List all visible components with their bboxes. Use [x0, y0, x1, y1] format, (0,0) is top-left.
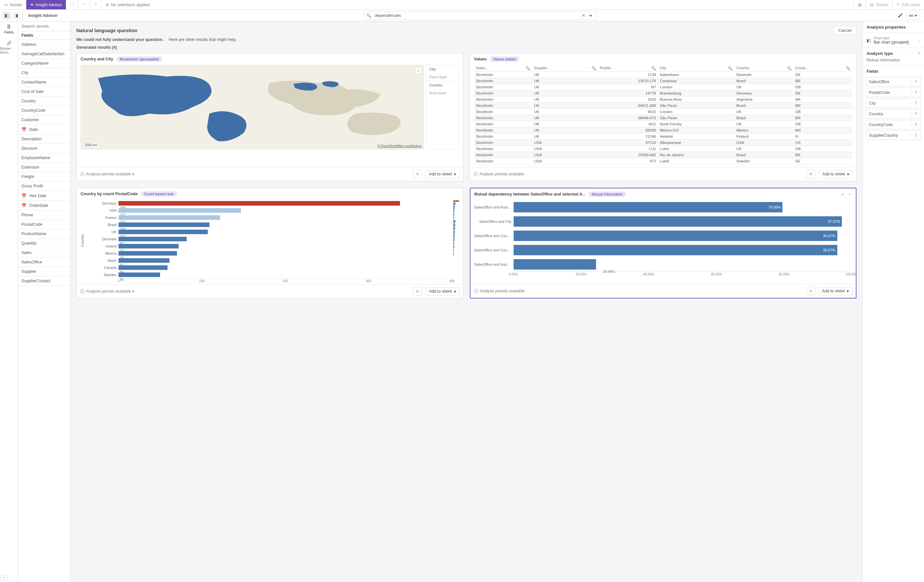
explore-button[interactable]: ⎋	[413, 170, 422, 178]
drag-handle-icon[interactable]: ⠿	[914, 90, 918, 95]
property-field[interactable]: SalesOffice›⠿	[866, 77, 921, 86]
field-row[interactable]: CategoryName	[18, 59, 70, 68]
map-home-button[interactable]: ⌂	[415, 67, 422, 74]
field-row[interactable]: 📅OrderDate	[18, 201, 70, 210]
analysis-periods[interactable]: 🕘Analysis periods available	[474, 289, 525, 293]
column-search-icon[interactable]: 🔍	[728, 66, 733, 71]
field-row[interactable]: Quantity	[18, 239, 70, 248]
field-row[interactable]: SupplierContact	[18, 276, 70, 286]
field-row[interactable]: Freight	[18, 172, 70, 182]
field-row[interactable]: Cost of Sale	[18, 87, 70, 96]
toggle-right-panel[interactable]: ◨	[12, 12, 20, 19]
map-chart[interactable]: ⌂ 5000 km © OpenStreetMap contributors	[81, 65, 424, 149]
field-row[interactable]: Address	[18, 40, 70, 50]
table-row[interactable]: StockholmUK13070-178CampinasBrazilBR	[474, 78, 853, 84]
table-row[interactable]: StockholmUSALU1LutonUKGB	[474, 146, 853, 152]
table-row[interactable]: StockholmUSA972LuleåSwedenSE	[474, 158, 853, 164]
field-row[interactable]: 📅Date	[18, 125, 70, 134]
search-input[interactable]	[374, 13, 579, 18]
step-back-button[interactable]: ↶	[78, 0, 90, 10]
table-row[interactable]: StockholmUK06200México D.F.MexicoMX	[474, 127, 853, 134]
table-header[interactable]: Sales...🔍	[474, 65, 533, 72]
values-table[interactable]: Sales...🔍Supplie...🔍Postal...🔍City🔍Count…	[474, 65, 853, 164]
table-row[interactable]: StockholmUKHU1North FerribyUKGB	[474, 121, 853, 127]
card-country-city[interactable]: Country and City Breakdown (geospatial)	[76, 53, 463, 181]
drag-handle-icon[interactable]: ⠿	[914, 111, 918, 116]
table-header[interactable]: Postal...🔍	[598, 65, 658, 72]
field-row[interactable]: ProductName	[18, 229, 70, 239]
column-search-icon[interactable]: 🔍	[651, 66, 656, 71]
field-row[interactable]: 📅Hire Date	[18, 191, 70, 201]
step-forward-button[interactable]: ↷	[90, 0, 102, 10]
more-button[interactable]: ⋯	[848, 192, 852, 197]
add-to-sheet-button[interactable]: Add to sheet▾	[425, 288, 459, 296]
field-row[interactable]: PostalCode	[18, 220, 70, 229]
field-list[interactable]: AddressAverageCallSatisfactionCategoryNa…	[18, 40, 70, 582]
table-row[interactable]: StockholmUK1010Buenos AiresArgentinaAR	[474, 96, 853, 103]
toggle-left-panel[interactable]: ◧	[3, 12, 10, 19]
field-row[interactable]: ContactName	[18, 78, 70, 87]
table-row[interactable]: StockholmUK1734KøbenhavnDenmarkDK	[474, 72, 853, 78]
column-search-icon[interactable]: 🔍	[846, 66, 850, 71]
table-header[interactable]: Supplie...🔍	[532, 65, 598, 72]
explore-button[interactable]: ⎋	[806, 287, 815, 295]
bar-chart[interactable]: Germany338USA147France122Brazil109UK107D…	[86, 200, 452, 281]
field-row[interactable]: Phone	[18, 210, 70, 220]
property-field[interactable]: CountryCode›⠿	[866, 120, 921, 129]
assets-button[interactable]: ▭ Assets	[0, 0, 26, 10]
field-row[interactable]: Description	[18, 134, 70, 144]
card-mutual-dependency[interactable]: Mutual dependency between SalesOffice an…	[470, 188, 857, 298]
clear-search-button[interactable]: ✕	[582, 13, 586, 18]
chart-type-row[interactable]: ▮▯ Chart type Bar chart (grouped) ›	[863, 33, 924, 48]
analysis-periods[interactable]: 🕘Analysis periods available▾	[80, 172, 134, 176]
smart-search-button[interactable]: ⛶	[66, 0, 78, 10]
field-row[interactable]: AverageCallSatisfaction	[18, 50, 70, 59]
language-select[interactable]: en▾	[906, 12, 920, 20]
table-row[interactable]: StockholmUK08440-070São PauloBrazilBR	[474, 115, 853, 121]
field-row[interactable]: Sales	[18, 248, 70, 258]
bar-minimap[interactable]	[453, 200, 459, 281]
table-row[interactable]: StockholmUSA87110AlbuquerqueUSAUS	[474, 140, 853, 146]
fullscreen-button[interactable]: ⤢	[841, 192, 845, 197]
rail-fields[interactable]: 🗄 Fields	[0, 21, 18, 37]
add-to-sheet-button[interactable]: Add to sheet▾	[425, 170, 459, 178]
analysis-periods[interactable]: 🕘Analysis periods available	[474, 172, 524, 176]
cancel-button[interactable]: Cancel	[833, 26, 857, 35]
property-field[interactable]: City›⠿	[866, 98, 921, 108]
field-row[interactable]: SalesOffice	[18, 258, 70, 267]
explore-button[interactable]: ⎋	[413, 287, 422, 296]
table-header[interactable]: Count...🔍	[794, 65, 852, 72]
assets-search-input[interactable]	[21, 23, 68, 29]
add-to-sheet-button[interactable]: Add to sheet▾	[818, 287, 853, 295]
property-field[interactable]: Country›⠿	[866, 109, 921, 119]
field-row[interactable]: Supplier	[18, 267, 70, 276]
field-row[interactable]: Country	[18, 96, 70, 106]
property-field[interactable]: SupplierCountry›⠿	[866, 131, 921, 140]
table-row[interactable]: StockholmUK14776BrandenburgGermanyDE	[474, 90, 853, 96]
drag-handle-icon[interactable]: ⠿	[914, 79, 918, 84]
mic-button[interactable]: 🎤	[898, 13, 903, 18]
card-values-table[interactable]: Values Values (table) Sales...🔍Supplie..…	[470, 53, 857, 181]
card-country-bar[interactable]: Country by count PostalCode Count based …	[76, 188, 463, 298]
explore-button[interactable]: ⎋	[807, 170, 815, 178]
table-row[interactable]: StockholmUSA22050-002Rio de JaneiroBrazi…	[474, 152, 853, 158]
field-row[interactable]: Discount	[18, 144, 70, 153]
help-icon[interactable]: ?	[917, 51, 920, 56]
property-field[interactable]: PostalCode›⠿	[866, 88, 921, 97]
add-to-sheet-button[interactable]: Add to sheet▾	[819, 170, 853, 178]
field-row[interactable]: CountryCode	[18, 106, 70, 115]
table-header[interactable]: City🔍	[658, 65, 734, 72]
field-row[interactable]: Gross Profit	[18, 182, 70, 191]
field-row[interactable]: City	[18, 68, 70, 78]
field-row[interactable]: Extension	[18, 163, 70, 172]
rail-master-items[interactable]: 🔗 Master items	[0, 37, 18, 58]
drag-handle-icon[interactable]: ⠿	[914, 133, 918, 138]
field-row[interactable]: EmployeeName	[18, 153, 70, 163]
table-row[interactable]: StockholmUKW1SLondonUKGB	[474, 109, 853, 115]
submit-search-button[interactable]: ➔	[589, 13, 592, 18]
selections-tool-button[interactable]: ▦	[853, 0, 866, 10]
column-search-icon[interactable]: 🔍	[787, 66, 792, 71]
sheets-button[interactable]: ▤Sheets	[866, 0, 892, 10]
column-search-icon[interactable]: 🔍	[526, 66, 530, 71]
search-box[interactable]: 🔍 ✕ ➔	[363, 12, 597, 20]
